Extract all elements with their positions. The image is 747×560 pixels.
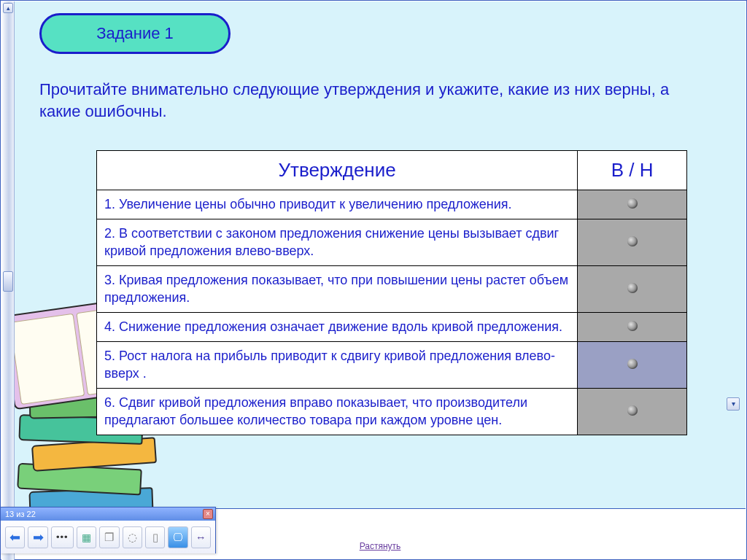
slide-sorter-button[interactable]	[77, 526, 96, 548]
more-options-button[interactable]	[51, 526, 74, 548]
statement-text: 4. Снижение предложения означает движени…	[97, 312, 578, 341]
scrollbar-thumb[interactable]	[3, 271, 13, 292]
statement-text: 3. Кривая предложения показывает, что пр…	[97, 266, 578, 313]
toolbar-title: 13 из 22	[5, 508, 36, 521]
answer-cell[interactable]	[578, 219, 687, 266]
radio-dot-icon	[627, 321, 638, 331]
radio-dot-icon	[627, 405, 638, 416]
task-instruction: Прочитайте внимательно следующие утвержд…	[39, 79, 702, 122]
statement-text: 1. Увеличение цены обычно приводит к уве…	[97, 190, 578, 219]
toolbar-body	[1, 521, 215, 553]
next-slide-button[interactable]	[28, 526, 47, 548]
radio-dot-icon	[627, 236, 638, 246]
slide-canvas: Задание 1 Прочитайте внимательно следующ…	[15, 1, 746, 509]
table-row: 5. Рост налога на прибыль приводит к сдв…	[97, 342, 687, 389]
task-badge-label: Задание 1	[96, 24, 174, 43]
answer-cell[interactable]	[578, 190, 687, 219]
vertical-scrollbar[interactable]: ▴	[1, 1, 15, 560]
table-row: 1. Увеличение цены обычно приводит к уве…	[97, 190, 687, 219]
prev-slide-button[interactable]	[5, 526, 25, 548]
header-answer: В / Н	[578, 151, 687, 190]
close-icon[interactable]: ×	[203, 509, 213, 519]
task-badge: Задание 1	[39, 13, 231, 54]
slide-scroll-down-button[interactable]: ▾	[727, 397, 740, 411]
swap-displays-button[interactable]	[191, 526, 211, 548]
answer-cell[interactable]	[578, 389, 687, 435]
loop-button[interactable]	[123, 526, 142, 548]
table-row: 3. Кривая предложения показывает, что пр…	[97, 266, 687, 313]
answer-cell[interactable]	[578, 266, 687, 313]
header-statement: Утверждение	[97, 151, 578, 190]
statement-text: 6. Сдвиг кривой предложения вправо показ…	[97, 389, 578, 435]
presenter-view-button[interactable]	[168, 526, 187, 548]
radio-dot-icon	[627, 283, 638, 293]
table-row: 4. Снижение предложения означает движени…	[97, 312, 687, 341]
table-row: 6. Сдвиг кривой предложения вправо показ…	[97, 389, 687, 435]
radio-dot-icon	[627, 198, 638, 209]
table-row: 2. В соответствии с законом предложения …	[97, 219, 687, 266]
statement-text: 2. В соответствии с законом предложения …	[97, 219, 578, 266]
pointer-button[interactable]	[145, 526, 165, 548]
navigation-toolbar-window[interactable]: 13 из 22 ×	[0, 507, 216, 553]
answer-cell[interactable]	[578, 342, 687, 389]
answer-cell[interactable]	[578, 312, 687, 341]
scroll-up-button[interactable]: ▴	[3, 3, 13, 13]
radio-dot-icon	[627, 359, 638, 369]
app-frame: ▴ Задание 1 Прочитайте внимательно следу…	[0, 0, 747, 560]
statement-text: 5. Рост налога на прибыль приводит к сдв…	[97, 342, 578, 389]
statements-table: Утверждение В / Н 1. Увеличение цены обы…	[96, 150, 687, 435]
toolbar-titlebar[interactable]: 13 из 22 ×	[1, 508, 215, 521]
window-mode-button[interactable]	[99, 526, 119, 548]
stretch-link[interactable]: Растянуть	[360, 541, 401, 551]
